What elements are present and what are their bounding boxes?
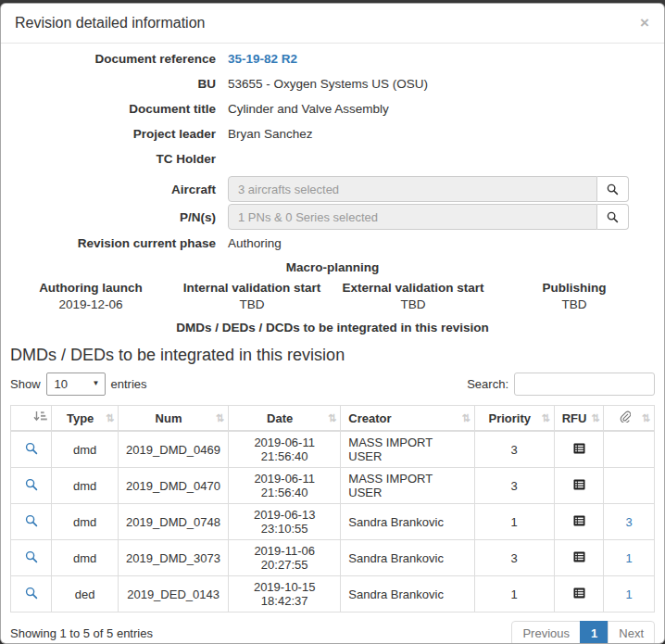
page-length-select-wrap: 10 ▼ bbox=[46, 373, 106, 396]
sort-icon[interactable]: ⇅ bbox=[106, 412, 114, 424]
header-creator[interactable]: Creator⇅ bbox=[341, 406, 474, 432]
row-detail-button[interactable] bbox=[25, 478, 38, 491]
cell-date: 2019-06-11 21:56:40 bbox=[229, 468, 341, 504]
modal-body: Document reference 35-19-82 R2 BU 53655 … bbox=[1, 44, 664, 644]
rfu-icon[interactable] bbox=[573, 443, 585, 457]
attachment-count-link[interactable]: 1 bbox=[626, 587, 633, 601]
cell-num: 2019_DMD_3073 bbox=[119, 540, 229, 576]
sort-icon[interactable]: ⇅ bbox=[642, 412, 650, 424]
aircraft-input-group bbox=[228, 176, 629, 202]
cell-priority: 3 bbox=[474, 540, 554, 576]
rfu-icon[interactable] bbox=[573, 587, 585, 601]
sort-icon[interactable]: ⇅ bbox=[591, 412, 599, 424]
header-type[interactable]: Type⇅ bbox=[52, 406, 119, 432]
rfu-icon[interactable] bbox=[573, 551, 585, 565]
cell-creator: MASS IMPORT USER bbox=[341, 468, 474, 504]
sort-icon[interactable]: ⇅ bbox=[216, 412, 224, 424]
modal-title: Revision detailed information bbox=[15, 15, 205, 31]
close-icon[interactable]: × bbox=[636, 13, 653, 32]
sort-amount-asc-icon[interactable] bbox=[33, 410, 47, 425]
table-info: Showing 1 to 5 of 5 entries bbox=[10, 626, 153, 640]
search-icon bbox=[25, 514, 38, 527]
search-control: Search: bbox=[467, 373, 655, 396]
pagination-page-1-button[interactable]: 1 bbox=[580, 621, 609, 644]
rfu-glyph bbox=[573, 479, 585, 490]
cell-num: 2019_DMD_0748 bbox=[119, 504, 229, 540]
rfu-icon[interactable] bbox=[573, 515, 585, 529]
sort-icon[interactable]: ⇅ bbox=[541, 412, 549, 424]
search-icon bbox=[607, 183, 619, 196]
pagination-next-button[interactable]: Next bbox=[608, 621, 655, 644]
header-date[interactable]: Date⇅ bbox=[229, 406, 341, 432]
pagination-previous-button[interactable]: Previous bbox=[511, 621, 581, 644]
milestone-internal-validation: Internal validation start TBD bbox=[171, 280, 332, 312]
header-rfu[interactable]: RFU⇅ bbox=[554, 406, 604, 432]
attachment-count-link[interactable]: 3 bbox=[626, 515, 633, 529]
milestone-label: Authoring launch bbox=[10, 280, 171, 296]
header-detail-sort[interactable] bbox=[11, 406, 52, 432]
milestone-label: Internal validation start bbox=[171, 280, 332, 296]
header-creator-label: Creator bbox=[348, 411, 391, 425]
cell-type: dmd bbox=[52, 431, 119, 468]
aircraft-input[interactable] bbox=[228, 176, 597, 202]
rfu-glyph bbox=[573, 587, 585, 599]
row-detail-button[interactable] bbox=[25, 550, 38, 563]
aircraft-search-button[interactable] bbox=[597, 176, 629, 202]
cell-num: 2019_DED_0143 bbox=[119, 576, 229, 612]
milestone-label: Publishing bbox=[494, 280, 655, 296]
header-num[interactable]: Num⇅ bbox=[119, 406, 229, 432]
sort-icon[interactable]: ⇅ bbox=[462, 412, 471, 424]
cell-date: 2019-11-06 20:27:55 bbox=[229, 540, 341, 576]
pns-label: P/N(s) bbox=[10, 209, 228, 225]
table-search-input[interactable] bbox=[514, 373, 655, 396]
cell-type: dmd bbox=[52, 540, 119, 576]
row-detail-button[interactable] bbox=[25, 587, 38, 600]
search-label: Search: bbox=[467, 377, 508, 391]
sort-icon[interactable]: ⇅ bbox=[328, 412, 336, 424]
header-priority-label: Priority bbox=[488, 411, 531, 425]
pns-search-button[interactable] bbox=[597, 204, 629, 230]
pagination: Previous 1 Next bbox=[511, 621, 655, 644]
milestone-value: TBD bbox=[494, 297, 655, 312]
document-title-value: Cylinder and Valve Assembly bbox=[228, 101, 389, 117]
macro-planning-row: Authoring launch 2019-12-06 Internal val… bbox=[10, 280, 655, 312]
macro-planning-title: Macro-planning bbox=[10, 260, 655, 274]
search-icon bbox=[25, 442, 38, 455]
cell-date: 2019-10-15 18:42:37 bbox=[229, 576, 341, 612]
revision-phase-value: Authoring bbox=[228, 235, 282, 251]
header-attachments[interactable]: ⇅ bbox=[604, 406, 655, 432]
page-length-select[interactable]: 10 bbox=[46, 373, 106, 396]
project-leader-value: Bryan Sanchez bbox=[228, 126, 313, 142]
cell-priority: 3 bbox=[474, 431, 554, 468]
milestone-publishing: Publishing TBD bbox=[494, 280, 655, 312]
pns-input-group bbox=[228, 204, 629, 230]
dmds-table: Type⇅ Num⇅ Date⇅ Creator⇅ Priority⇅ RFU⇅… bbox=[10, 405, 655, 612]
table-row: ded 2019_DED_0143 2019-10-15 18:42:37 Sa… bbox=[11, 576, 655, 612]
cell-creator: MASS IMPORT USER bbox=[341, 431, 474, 468]
table-row: dmd 2019_DMD_3073 2019-11-06 20:27:55 Sa… bbox=[11, 540, 655, 576]
document-reference-link[interactable]: 35-19-82 R2 bbox=[228, 51, 297, 67]
show-label: Show bbox=[10, 377, 41, 391]
row-detail-button[interactable] bbox=[25, 442, 38, 455]
rfu-icon[interactable] bbox=[573, 479, 585, 493]
entries-label: entries bbox=[111, 377, 147, 391]
attachment-count-link[interactable]: 1 bbox=[626, 551, 633, 565]
aircraft-label: Aircraft bbox=[10, 182, 228, 197]
modal-header: Revision detailed information × bbox=[1, 4, 664, 44]
header-priority[interactable]: Priority⇅ bbox=[474, 406, 554, 432]
search-icon bbox=[25, 587, 38, 600]
header-date-label: Date bbox=[267, 411, 293, 425]
document-reference-label: Document reference bbox=[10, 51, 228, 67]
header-type-label: Type bbox=[67, 411, 94, 425]
pns-input[interactable] bbox=[228, 204, 597, 230]
milestone-value: TBD bbox=[332, 297, 494, 312]
cell-priority: 1 bbox=[474, 576, 554, 612]
cell-creator: Sandra Brankovic bbox=[341, 576, 474, 612]
row-detail-button[interactable] bbox=[25, 514, 38, 527]
rfu-glyph bbox=[573, 515, 585, 526]
revision-phase-label: Revision current phase bbox=[10, 235, 228, 251]
table-row: dmd 2019_DMD_0469 2019-06-11 21:56:40 MA… bbox=[11, 431, 655, 468]
macro-planning-subtitle: DMDs / DEDs / DCDs to be integrated in t… bbox=[10, 321, 655, 335]
header-num-label: Num bbox=[156, 411, 182, 425]
search-icon bbox=[607, 211, 619, 223]
